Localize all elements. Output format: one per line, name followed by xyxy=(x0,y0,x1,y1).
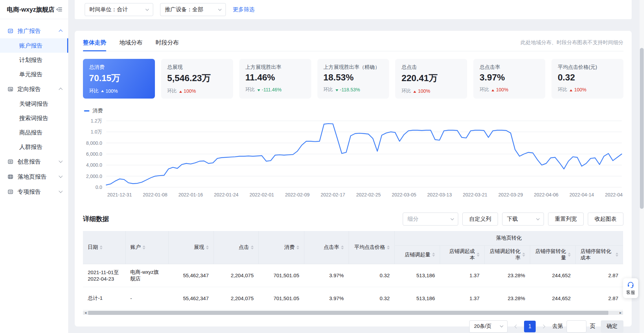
goto-page-input[interactable] xyxy=(567,320,586,333)
sidebar-group-promotion-report[interactable]: 推广报告 xyxy=(0,23,68,38)
page-size-value: 20条/页 xyxy=(474,323,491,330)
metric-label: 总点击 xyxy=(401,64,461,71)
metric-label: 总点击率 xyxy=(479,64,539,71)
collapse-chart-button[interactable]: 收起图表 xyxy=(588,213,623,226)
sort-icon xyxy=(616,253,618,257)
col-header-date[interactable]: 日期 xyxy=(83,231,125,264)
col-header-store-open-count[interactable]: 店铺调起量 xyxy=(394,245,440,264)
metric-trend: 环比100% xyxy=(89,88,149,94)
svg-text:1.2万: 1.2万 xyxy=(91,118,102,124)
sidebar-item-unit-report[interactable]: 单元报告 xyxy=(0,67,68,81)
metric-trend: 环比100% xyxy=(479,87,539,93)
sidebar-group-label: 专项报告 xyxy=(17,188,41,196)
sidebar-item-keyword-report[interactable]: 关键词报告 xyxy=(0,97,68,111)
tab-overall-trend[interactable]: 整体走势 xyxy=(83,34,106,51)
customer-service-button[interactable]: 客服 xyxy=(623,278,638,298)
metric-card-total-impressions[interactable]: 总展现 5,546.23万 环比100% xyxy=(161,59,233,99)
more-filters-link[interactable]: 更多筛选 xyxy=(233,6,255,13)
metric-label: 总消费 xyxy=(89,64,149,71)
trend-line-chart: 0.02,000.04,000.06,000.08,000.01.0万1.2万2… xyxy=(83,115,623,204)
tab-label: 地域分布 xyxy=(119,39,143,47)
col-header-store-open-cost[interactable]: 店铺调起成本 xyxy=(440,245,484,264)
chevron-down-icon xyxy=(146,7,149,11)
page-size-select[interactable]: 20条/页 xyxy=(469,320,508,333)
svg-text:1.0万: 1.0万 xyxy=(91,129,102,135)
metric-label: 总展现 xyxy=(167,64,227,71)
metric-card-total-cost[interactable]: 总消费 70.15万 环比100% xyxy=(83,59,155,99)
svg-text:2022-03-05: 2022-03-05 xyxy=(392,192,416,197)
metric-cards: 总消费 70.15万 环比100% 总展现 5,546.23万 环比100% 上… xyxy=(83,59,623,99)
col-header-account[interactable]: 账户 xyxy=(125,231,168,264)
sidebar-group-label: 落地页报告 xyxy=(17,173,47,181)
sidebar-group-special-report[interactable]: 专项报告 xyxy=(0,184,68,199)
reset-column-width-button[interactable]: 重置列宽 xyxy=(548,213,584,226)
cell-avg-cpc: 0.32 xyxy=(349,264,394,287)
sort-icon xyxy=(432,253,435,257)
sidebar-item-account-report[interactable]: 账户报告 xyxy=(0,38,68,53)
col-header-impressions[interactable]: 展现 xyxy=(168,231,214,264)
chevron-down-icon xyxy=(59,159,62,163)
col-header-avg-cpc[interactable]: 平均点击价格 xyxy=(349,231,394,264)
confirm-button[interactable]: 确定 xyxy=(601,320,623,333)
sidebar-item-searchterm-report[interactable]: 搜索词报告 xyxy=(0,111,68,125)
cell-date: 总计-1 xyxy=(83,287,125,310)
table-row-total: 总计-1 - 55,462,347 2,204,075 701,501.05 3… xyxy=(83,287,623,310)
segment-select[interactable]: 细分 xyxy=(403,213,458,226)
col-header-cost[interactable]: 消费 xyxy=(258,231,304,264)
metric-trend: 环比100% xyxy=(167,88,227,94)
tab-region-distribution[interactable]: 地域分布 xyxy=(119,34,143,51)
metric-card-avg-cpc[interactable]: 平均点击价格(元) 0.32 环比100% xyxy=(551,59,623,99)
trend-down-icon xyxy=(257,89,260,91)
sidebar-item-audience-report[interactable]: 人群报告 xyxy=(0,140,68,154)
sidebar-group-creative-report[interactable]: 创意报告 xyxy=(0,154,68,169)
sidebar-header: 电商-wxyz旗舰店 xyxy=(0,0,68,19)
landing-page-report-icon xyxy=(8,174,13,180)
time-unit-select[interactable]: 时间单位：合计 xyxy=(85,3,153,16)
current-page-button[interactable]: 1 xyxy=(524,321,536,332)
trend-up-icon xyxy=(413,91,416,93)
table-row: 2021-11-01至2022-04-23 电商-wxyz旗舰店 55,462,… xyxy=(83,264,623,287)
cell-store-stay-count: 244,652 xyxy=(530,287,575,310)
tab-time-distribution[interactable]: 时段分布 xyxy=(156,34,179,51)
svg-text:2022-01-08: 2022-01-08 xyxy=(143,192,168,197)
prev-page-icon[interactable] xyxy=(514,324,518,328)
col-header-ctr[interactable]: 点击率 xyxy=(304,231,349,264)
cell-store-open-rate: 23.28% xyxy=(484,264,530,287)
sidebar-group-landing-report[interactable]: 落地页报告 xyxy=(0,169,68,184)
sidebar-item-label: 搜索词报告 xyxy=(19,114,48,122)
detail-header: 详细数据 细分 自定义列 下载 重置列宽 收起图表 xyxy=(83,213,623,226)
cell-store-open-rate: 23.28% xyxy=(484,287,530,310)
horizontal-scrollbar[interactable]: ◄ ► xyxy=(83,311,623,315)
sidebar-item-label: 商品报告 xyxy=(19,129,42,137)
metric-value: 3.97% xyxy=(479,72,539,83)
tabs-note: 此处地域分布、时段分布图表不支持时间细分 xyxy=(521,39,623,46)
sidebar-item-label: 账户报告 xyxy=(19,42,42,50)
sidebar-group-targeting-report[interactable]: 定向报告 xyxy=(0,81,68,97)
metric-card-top-win-rate[interactable]: 上方展现胜出率 11.46% 环比-111.46% xyxy=(239,59,311,99)
metric-card-total-clicks[interactable]: 总点击 220.41万 环比100% xyxy=(395,59,467,99)
scroll-right-icon[interactable]: ► xyxy=(618,311,623,315)
sort-icon xyxy=(341,245,344,249)
svg-text:2022-03-29: 2022-03-29 xyxy=(498,192,523,197)
col-header-store-stay-count[interactable]: 店铺停留转化量 xyxy=(530,245,575,264)
collapse-sidebar-icon[interactable] xyxy=(56,6,63,13)
metric-card-top-win-rate-exact[interactable]: 上方展现胜出率（精确） 18.53% 环比-118.53% xyxy=(317,59,389,99)
download-select[interactable]: 下载 xyxy=(502,213,544,226)
page-scrollbar-thumb[interactable] xyxy=(640,48,644,209)
pagination: 20条/页 1 去第 页 确定 xyxy=(83,320,623,333)
cell-ctr: 3.97% xyxy=(304,287,349,310)
goto-page: 去第 页 xyxy=(552,320,595,333)
metric-card-total-ctr[interactable]: 总点击率 3.97% 环比100% xyxy=(473,59,545,99)
horizontal-scrollbar-thumb[interactable] xyxy=(88,311,608,315)
customize-columns-button[interactable]: 自定义列 xyxy=(462,213,498,226)
sidebar-item-plan-report[interactable]: 计划报告 xyxy=(0,53,68,67)
metric-value: 220.41万 xyxy=(401,72,461,84)
sidebar-item-product-report[interactable]: 商品报告 xyxy=(0,125,68,140)
device-select[interactable]: 推广设备：全部 xyxy=(160,3,226,16)
col-header-store-open-rate[interactable]: 店铺调起转化率 xyxy=(484,245,530,264)
col-header-store-stay-cost[interactable]: 店铺停留转化成本 xyxy=(575,245,623,264)
page-scrollbar[interactable] xyxy=(640,0,644,333)
next-page-icon[interactable] xyxy=(541,324,545,328)
col-header-clicks[interactable]: 点击 xyxy=(214,231,258,264)
scroll-left-icon[interactable]: ◄ xyxy=(83,311,88,315)
